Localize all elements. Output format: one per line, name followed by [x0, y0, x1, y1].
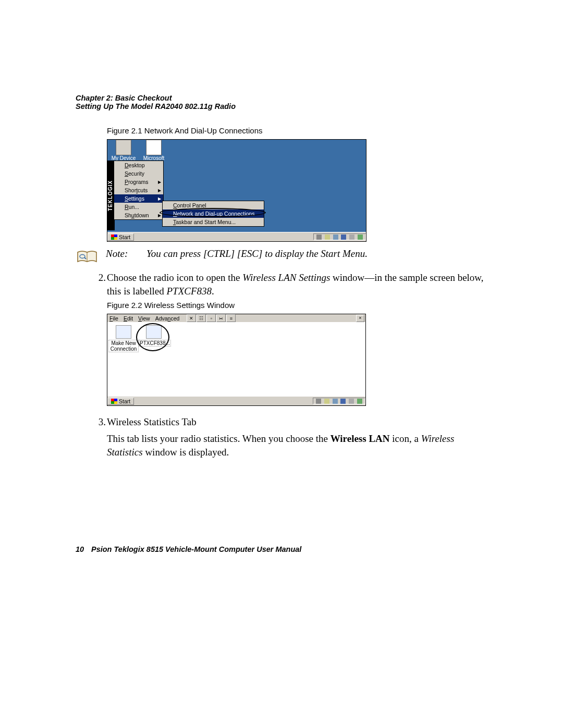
- connection-wifi-icon: [146, 325, 162, 339]
- arrow-right-icon: ▶: [158, 213, 161, 218]
- word-icon: [146, 140, 162, 155]
- step-2-text: 2.Choose the radio icon to open the Wire…: [107, 271, 487, 298]
- note-book-icon: [76, 249, 99, 265]
- step-3-title: 3.Wireless Statistics Tab: [107, 415, 487, 429]
- menu-item-shortcuts[interactable]: Shortcuts▶: [114, 186, 163, 194]
- page-footer: 10Psion Teklogix 8515 Vehicle-Mount Comp…: [76, 545, 301, 553]
- step-3-text: This tab lists your radio statistics. Wh…: [107, 432, 487, 459]
- tray-icon[interactable]: [316, 399, 321, 404]
- chapter-header: Chapter 2: Basic Checkout: [76, 94, 487, 102]
- desktop-icon-microsoft[interactable]: Microsoft: [141, 140, 167, 161]
- windows-flag-icon: [111, 399, 117, 404]
- menu-advanced[interactable]: Advanced: [155, 315, 180, 322]
- menu-item-desktop[interactable]: Desktop: [114, 161, 163, 169]
- toolbar-small-icons[interactable]: ∺: [216, 314, 226, 322]
- settings-submenu: Control Panel Network and Dial-up Connec…: [162, 201, 264, 227]
- tray-icon[interactable]: [340, 399, 346, 404]
- submenu-taskbar[interactable]: Taskbar and Start Menu...: [163, 218, 264, 226]
- toolbar-delete-icon[interactable]: ✕: [187, 314, 196, 322]
- arrow-right-icon: ▶: [158, 196, 161, 201]
- menu-view[interactable]: View: [138, 315, 150, 322]
- screenshot-network-connections: My Device Microsoft d its TEKLOGIX Deskt…: [107, 139, 366, 242]
- connection-new-icon: [116, 325, 131, 339]
- tray-icon[interactable]: [324, 399, 329, 404]
- start-label: Start: [119, 398, 130, 404]
- make-new-connection[interactable]: Make New Connection: [108, 322, 139, 352]
- submenu-control-panel[interactable]: Control Panel: [163, 201, 264, 209]
- desktop-icon-my-device[interactable]: My Device: [111, 140, 137, 161]
- menu-item-security[interactable]: Security: [114, 169, 163, 178]
- tray-icon[interactable]: [357, 399, 362, 404]
- figure-caption-1: Figure 2.1 Network And Dial-Up Connectio…: [107, 126, 487, 135]
- menu-item-settings[interactable]: Settings▶: [114, 194, 163, 203]
- toolbar-properties-icon[interactable]: ☷: [197, 314, 206, 322]
- system-tray: [313, 233, 366, 240]
- start-button[interactable]: Start: [107, 233, 134, 241]
- arrow-right-icon: ▶: [158, 188, 161, 193]
- start-label: Start: [119, 234, 130, 240]
- submenu-network-connections[interactable]: Network and Dial-up Connections: [163, 209, 264, 218]
- tray-icon[interactable]: [333, 235, 338, 240]
- connection-label: Make New Connection: [108, 340, 139, 352]
- menu-item-programs[interactable]: Programs▶: [114, 178, 163, 186]
- connection-ptxcf838[interactable]: PTXCF838...: [139, 322, 169, 347]
- start-menu: Desktop Security Programs▶ Shortcuts▶ Se…: [114, 161, 164, 220]
- tray-icon[interactable]: [325, 235, 330, 240]
- note-text: You can press [CTRL] [ESC] to display th…: [146, 248, 368, 260]
- toolbar-details-icon[interactable]: ≡: [226, 314, 236, 322]
- figure-caption-2: Figure 2.2 Wireless Settings Window: [107, 301, 487, 310]
- toolbar-large-icons[interactable]: ▫: [206, 314, 216, 322]
- taskbar: Start: [107, 232, 366, 241]
- start-button[interactable]: Start: [107, 398, 134, 405]
- step-number: 2.: [91, 271, 106, 285]
- tray-icon[interactable]: [316, 235, 322, 240]
- taskbar: Start: [107, 396, 365, 405]
- windows-flag-icon: [111, 235, 117, 240]
- menu-item-shutdown[interactable]: Shutdown▶: [114, 211, 163, 219]
- tray-icon[interactable]: [358, 235, 363, 240]
- tray-icon[interactable]: [341, 235, 346, 240]
- tray-icon[interactable]: [349, 399, 354, 404]
- menu-item-run[interactable]: Run...: [114, 203, 163, 211]
- menu-edit[interactable]: Edit: [124, 315, 133, 322]
- tray-icon[interactable]: [333, 399, 338, 404]
- menu-file[interactable]: File: [109, 315, 118, 322]
- section-header: Setting Up The Model RA2040 802.11g Radi…: [76, 102, 487, 110]
- computer-icon: [116, 140, 131, 155]
- close-button[interactable]: ×: [356, 315, 364, 322]
- system-tray: [313, 398, 365, 404]
- note-label: Note:: [106, 248, 146, 260]
- page-number: 10: [76, 545, 91, 553]
- footer-text: Psion Teklogix 8515 Vehicle-Mount Comput…: [91, 545, 301, 553]
- arrow-right-icon: ▶: [158, 180, 161, 184]
- connection-label: PTXCF838...: [139, 340, 171, 347]
- tray-icon[interactable]: [349, 235, 354, 240]
- screenshot-wireless-settings: File Edit View Advanced ✕ ☷ ▫ ∺ ≡ × Make…: [107, 314, 366, 406]
- step-number: 3.: [91, 415, 106, 429]
- window-menu-bar: File Edit View Advanced ✕ ☷ ▫ ∺ ≡ ×: [107, 314, 365, 322]
